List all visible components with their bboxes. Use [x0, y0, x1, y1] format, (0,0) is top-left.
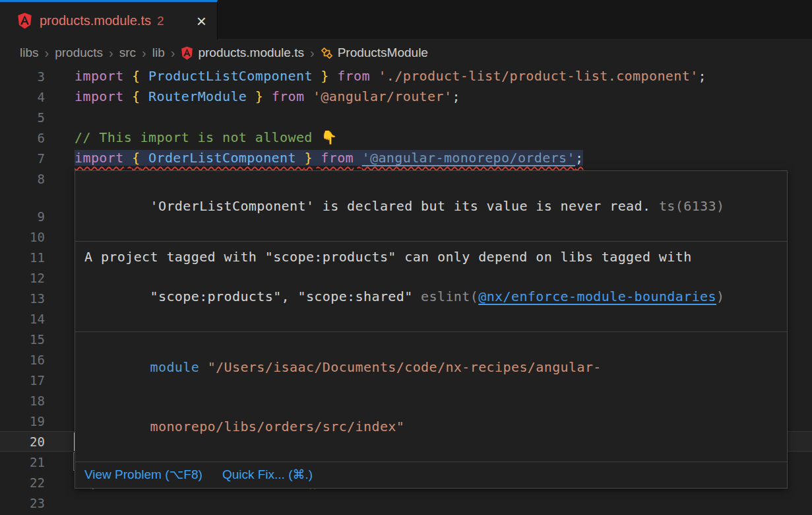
eslint-message-line2: "scope:products", "scope:shared": [150, 289, 422, 304]
line-number: 3: [0, 69, 45, 84]
module-path-line1: "/Users/isaac/Documents/code/nx-recipes/…: [208, 359, 602, 375]
breadcrumb-label: lib: [152, 46, 165, 60]
code-line-6[interactable]: 6// This import is not allowed 👇: [0, 127, 812, 148]
module-path-line2: monorepo/libs/orders/src/index": [150, 419, 405, 434]
close-icon[interactable]: ×: [197, 13, 206, 30]
code-token: ;: [699, 68, 706, 84]
code-token: [313, 150, 321, 166]
code-token: {: [132, 150, 140, 166]
line-number: 7: [0, 151, 45, 166]
code-token: [124, 68, 132, 84]
eslint-rule-link[interactable]: @nx/enforce-module-boundaries: [478, 289, 716, 304]
line-number: 6: [0, 131, 45, 145]
editor-tab[interactable]: products.module.ts 2 ×: [0, 0, 218, 40]
breadcrumb-item-lib[interactable]: lib: [152, 46, 165, 60]
code-token: import: [75, 150, 124, 166]
angular-icon: [17, 13, 32, 29]
code-token: RouterModule: [141, 88, 255, 104]
code-token: OrderListComponent: [141, 150, 305, 166]
code-line-23[interactable]: 23: [0, 493, 812, 513]
ts-diagnostic-source: ts(6133): [650, 198, 724, 214]
code-token: '@angular-monorepo/orders': [362, 150, 575, 166]
line-number: 20: [0, 434, 45, 449]
ts-diagnostic-message: 'OrderListComponent' is declared but its…: [150, 198, 651, 214]
code-token: from: [337, 68, 370, 84]
code-token: import: [75, 88, 124, 104]
code-token: [124, 88, 132, 104]
code-text: import { OrderListComponent } from '@ang…: [45, 148, 583, 168]
code-token: import: [75, 68, 124, 84]
eslint-diagnostic: A project tagged with "scope:products" c…: [75, 242, 787, 331]
code-token: from: [321, 150, 354, 166]
line-number: 11: [0, 250, 45, 265]
code-token: }: [304, 150, 312, 166]
line-number: 9: [0, 209, 45, 224]
breadcrumb-item-productsmodule[interactable]: ProductsModule: [321, 46, 428, 60]
hover-status-bar: View Problem (⌥F8) Quick Fix... (⌘.): [75, 462, 787, 488]
line-number: 23: [0, 496, 45, 510]
line-number: 17: [0, 373, 45, 388]
code-token: [329, 68, 337, 84]
code-text: // This import is not allowed 👇: [45, 127, 338, 148]
code-token: '@angular/router': [313, 88, 453, 104]
code-token: [304, 88, 312, 104]
line-number: 16: [0, 353, 45, 367]
tab-title: products.module.ts: [40, 13, 151, 28]
code-token: [370, 68, 378, 84]
line-number: 21: [0, 455, 45, 469]
breadcrumb-label: libs: [20, 46, 39, 60]
line-number: 22: [0, 475, 45, 490]
breadcrumb-label: products: [55, 46, 103, 60]
line-number: 8: [0, 172, 45, 186]
code-token: {: [132, 68, 140, 84]
line-number: 5: [0, 110, 45, 125]
line-number: 12: [0, 271, 45, 285]
code-token: [354, 150, 361, 166]
view-problem-link[interactable]: View Problem (⌥F8): [84, 467, 203, 482]
breadcrumb-item-products-module-ts[interactable]: products.module.ts: [181, 46, 304, 60]
hover-popup: 'OrderListComponent' is declared but its…: [75, 170, 788, 489]
error-squiggle-highlight: import { OrderListComponent } from '@ang…: [75, 150, 583, 166]
breadcrumb-separator: ›: [45, 46, 49, 61]
code-text: import { RouterModule } from '@angular/r…: [45, 86, 460, 107]
line-number: 14: [0, 312, 45, 326]
tab-error-count: 2: [157, 14, 164, 28]
breadcrumb-separator: ›: [310, 46, 315, 61]
breadcrumb-item-src[interactable]: src: [119, 46, 136, 60]
module-keyword: module: [150, 359, 208, 375]
code-token: from: [272, 88, 305, 104]
code-token: }: [321, 68, 328, 84]
code-line-5[interactable]: 5: [0, 107, 812, 127]
breadcrumb-label: products.module.ts: [198, 46, 304, 60]
breadcrumb-separator: ›: [109, 46, 113, 61]
code-token: ;: [452, 88, 460, 104]
line-number: 15: [0, 332, 45, 347]
code-line-7[interactable]: 7import { OrderListComponent } from '@an…: [0, 148, 812, 168]
eslint-source-prefix: eslint(: [421, 289, 478, 304]
module-path: module "/Users/isaac/Documents/code/nx-r…: [75, 332, 787, 462]
breadcrumb-item-products[interactable]: products: [55, 46, 103, 60]
code-token: [263, 88, 271, 104]
breadcrumb: libs›products›src›lib›products.module.ts…: [0, 40, 812, 66]
breadcrumb-separator: ›: [171, 46, 175, 61]
quick-fix-link[interactable]: Quick Fix... (⌘.): [222, 467, 313, 482]
breadcrumb-item-libs[interactable]: libs: [20, 46, 39, 60]
vscode-window: products.module.ts 2 × libs›products›src…: [0, 0, 812, 515]
code-token: './product-list/product-list.component': [378, 68, 698, 84]
angular-icon: [181, 46, 193, 60]
code-token: ;: [575, 150, 583, 166]
line-number: 18: [0, 394, 45, 408]
tab-bar: products.module.ts 2 ×: [0, 0, 812, 40]
line-number: 13: [0, 291, 45, 306]
breadcrumb-separator: ›: [142, 46, 146, 61]
code-token: }: [255, 88, 263, 104]
breadcrumb-label: src: [119, 46, 136, 60]
code-line-3[interactable]: 3import { ProductListComponent } from '.…: [0, 66, 812, 86]
breadcrumb-label: ProductsModule: [338, 46, 428, 60]
eslint-message-line1: A project tagged with "scope:products" c…: [84, 247, 778, 267]
code-token: {: [132, 88, 140, 104]
code-line-4[interactable]: 4import { RouterModule } from '@angular/…: [0, 86, 812, 107]
class-icon: [321, 46, 333, 60]
line-number: 10: [0, 230, 45, 244]
code-token: // This import is not allowed 👇: [75, 129, 338, 145]
